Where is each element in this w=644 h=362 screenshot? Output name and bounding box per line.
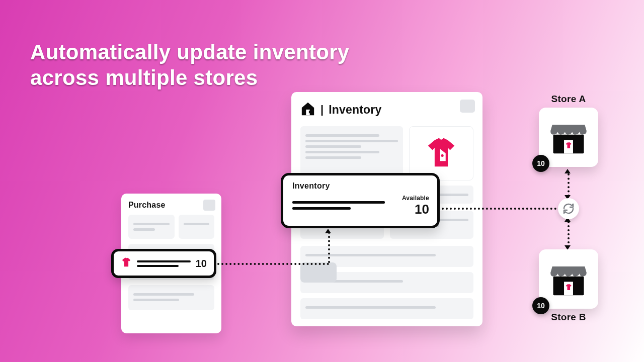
available-value: 10	[402, 203, 429, 216]
connector-dots	[217, 263, 329, 265]
arrowhead-icon	[565, 169, 571, 173]
product-thumbnail	[409, 126, 473, 180]
placeholder-chip	[300, 262, 337, 283]
arrowhead-icon	[325, 229, 331, 233]
inventory-callout-label: Inventory	[292, 182, 429, 191]
placeholder-lines	[292, 198, 393, 213]
headline: Automatically update inventory across mu…	[30, 39, 423, 90]
diagram-canvas: Automatically update inventory across mu…	[0, 0, 644, 362]
connector-dots	[328, 232, 330, 263]
placeholder-block	[128, 285, 214, 310]
app-logo-icon	[300, 101, 315, 118]
separator: |	[320, 103, 324, 116]
store-b-label: Store B	[539, 312, 598, 323]
inventory-header: | Inventory	[300, 101, 473, 118]
store-a-quantity-badge: 10	[532, 155, 549, 172]
svg-point-1	[441, 154, 444, 157]
available-block: Available 10	[402, 195, 429, 216]
connector-dots	[568, 221, 570, 247]
connector-dots	[442, 208, 556, 210]
placeholder-block	[179, 215, 214, 239]
connector-dots	[568, 173, 570, 197]
purchase-quantity: 10	[196, 258, 207, 269]
placeholder-block	[300, 298, 473, 319]
store-a-label: Store A	[539, 94, 598, 105]
purchase-title: Purchase	[128, 201, 214, 210]
sync-icon	[558, 198, 579, 219]
window-control-icon	[203, 200, 215, 211]
store-b-card	[539, 249, 598, 309]
purchase-line-callout: 10	[111, 249, 216, 278]
inventory-callout: Inventory Available 10	[281, 173, 440, 228]
placeholder-lines	[137, 258, 191, 269]
inventory-title: Inventory	[329, 103, 381, 117]
window-control-icon	[460, 100, 475, 113]
available-caption: Available	[402, 195, 429, 202]
placeholder-block	[128, 215, 175, 239]
tshirt-icon	[121, 257, 132, 270]
